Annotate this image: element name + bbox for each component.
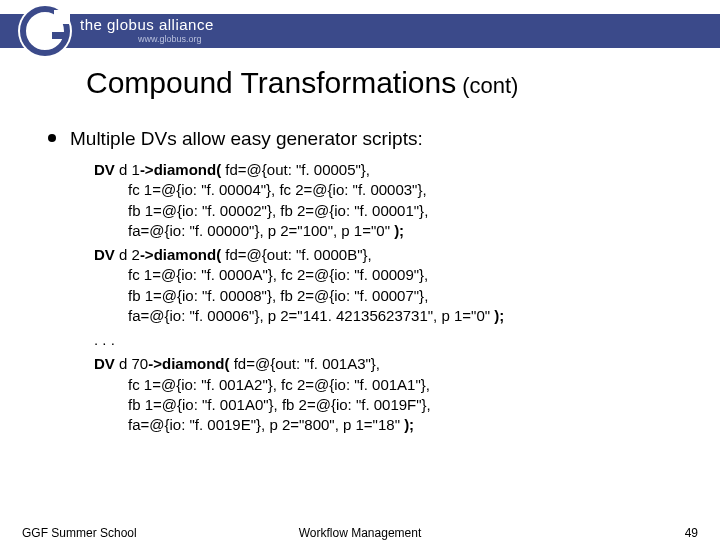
dv-name: d 70 xyxy=(115,355,148,372)
arg-fd: fd=@{out: "f. 0000B"}, xyxy=(221,246,372,263)
arg-fa-text: fa=@{io: "f. 0019E"}, p 2="800", p 1="18… xyxy=(128,416,404,433)
kw-dv: DV xyxy=(94,246,115,263)
arrow-call: ->diamond( xyxy=(148,355,229,372)
arg-fa-text: fa=@{io: "f. 00006"}, p 2="141. 42135623… xyxy=(128,307,494,324)
dv-block-3: DV d 70->diamond( fd=@{out: "f. 001A3"},… xyxy=(94,354,694,435)
title-main: Compound Transformations xyxy=(86,66,456,99)
arrow-call: ->diamond( xyxy=(140,161,221,178)
bullet-text: Multiple DVs allow easy generator script… xyxy=(70,128,423,149)
arg-fa: fa=@{io: "f. 0019E"}, p 2="800", p 1="18… xyxy=(94,415,694,435)
arg-fc: fc 1=@{io: "f. 001A2"}, fc 2=@{io: "f. 0… xyxy=(94,375,694,395)
arg-fb: fb 1=@{io: "f. 001A0"}, fb 2=@{io: "f. 0… xyxy=(94,395,694,415)
arg-fd: fd=@{out: "f. 00005"}, xyxy=(221,161,370,178)
bullet-icon xyxy=(48,134,56,142)
arg-fa: fa=@{io: "f. 00006"}, p 2="141. 42135623… xyxy=(94,306,694,326)
close-paren: ); xyxy=(404,416,414,433)
kw-dv: DV xyxy=(94,161,115,178)
title-suffix: (cont) xyxy=(462,73,518,98)
arg-fc: fc 1=@{io: "f. 00004"}, fc 2=@{io: "f. 0… xyxy=(94,180,694,200)
close-paren: ); xyxy=(494,307,504,324)
kw-dv: DV xyxy=(94,355,115,372)
arrow-call: ->diamond( xyxy=(140,246,221,263)
arg-fb: fb 1=@{io: "f. 00008"}, fb 2=@{io: "f. 0… xyxy=(94,286,694,306)
ellipsis: . . . xyxy=(94,330,694,350)
logo-gap xyxy=(54,10,70,24)
dv-name: d 1 xyxy=(115,161,140,178)
brand-text: the globus alliance xyxy=(80,16,214,33)
arg-fc: fc 1=@{io: "f. 0000A"}, fc 2=@{io: "f. 0… xyxy=(94,265,694,285)
footer-center: Workflow Management xyxy=(0,526,720,540)
arg-fa: fa=@{io: "f. 00000"}, p 2="100", p 1="0"… xyxy=(94,221,694,241)
arg-fd: fd=@{out: "f. 001A3"}, xyxy=(229,355,380,372)
footer-page-number: 49 xyxy=(685,526,698,540)
slide-title: Compound Transformations(cont) xyxy=(86,66,518,100)
close-paren: ); xyxy=(394,222,404,239)
bullet-line: Multiple DVs allow easy generator script… xyxy=(48,128,423,150)
code-block: DV d 1->diamond( fd=@{out: "f. 00005"}, … xyxy=(94,160,694,439)
brand-url: www.globus.org xyxy=(138,34,202,44)
arg-fb: fb 1=@{io: "f. 00002"}, fb 2=@{io: "f. 0… xyxy=(94,201,694,221)
arg-fa-text: fa=@{io: "f. 00000"}, p 2="100", p 1="0" xyxy=(128,222,394,239)
dv-name: d 2 xyxy=(115,246,140,263)
dv-block-2: DV d 2->diamond( fd=@{out: "f. 0000B"}, … xyxy=(94,245,694,326)
dv-block-1: DV d 1->diamond( fd=@{out: "f. 00005"}, … xyxy=(94,160,694,241)
